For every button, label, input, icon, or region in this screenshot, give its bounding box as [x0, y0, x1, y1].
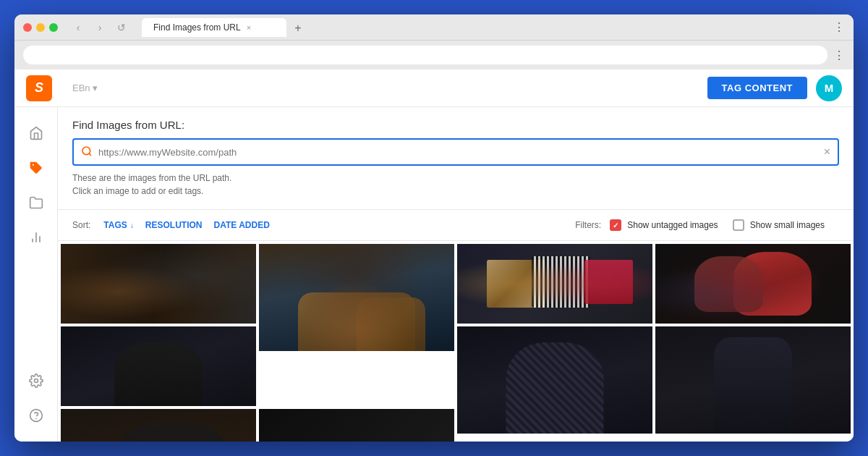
browser-tabs: Find Images from URL × +: [142, 18, 827, 37]
filter-untagged-group: ✓ Show untagged images: [610, 219, 718, 231]
sidebar: [14, 107, 58, 442]
filter-small-group: Show small images: [733, 219, 825, 231]
help-icon: [29, 408, 43, 423]
search-bar: https://www.myWebsite.com/path ×: [72, 138, 839, 166]
svg-line-8: [89, 153, 91, 156]
sidebar-item-tags[interactable]: [22, 153, 51, 182]
sort-arrow-icon: ↓: [130, 221, 134, 229]
page-content: Find Images from URL: https://www.myWebs…: [58, 107, 854, 442]
image-cell-3[interactable]: [457, 244, 652, 324]
tag-content-button[interactable]: TAG CONTENT: [707, 77, 807, 99]
close-dot[interactable]: [23, 23, 32, 32]
show-small-label: Show small images: [750, 220, 825, 230]
chart-icon: [29, 230, 43, 245]
sort-by-resolution[interactable]: RESOLUTION: [140, 217, 208, 233]
settings-icon: [29, 373, 43, 388]
sort-filter-bar: Sort: TAGS ↓ RESOLUTION DATE ADDED Filte…: [58, 210, 854, 241]
sort-by-tags[interactable]: TAGS ↓: [98, 217, 139, 233]
search-hint: These are the images from the URL path. …: [72, 172, 839, 198]
sort-label: Sort:: [72, 220, 90, 230]
app-topbar: S EBn ▾ TAG CONTENT M: [14, 69, 854, 107]
url-search-input[interactable]: https://www.myWebsite.com/path: [98, 147, 818, 158]
filters-label: Filters:: [575, 220, 601, 230]
forward-button[interactable]: ›: [91, 19, 109, 36]
main-layout: Find Images from URL: https://www.myWebs…: [14, 107, 854, 442]
workspace-selector[interactable]: EBn ▾: [67, 80, 103, 96]
image-cell-9[interactable]: [259, 409, 454, 442]
browser-options-button[interactable]: ⋮: [833, 48, 845, 62]
home-icon: [29, 126, 43, 140]
tab-close-button[interactable]: ×: [247, 23, 251, 32]
tab-title: Find Images from URL: [153, 22, 241, 33]
search-icon: [81, 145, 93, 159]
image-cell-5[interactable]: [61, 326, 256, 406]
svg-point-7: [82, 147, 90, 155]
browser-dots: [23, 23, 58, 32]
back-button[interactable]: ‹: [69, 19, 87, 36]
image-cell-4[interactable]: [655, 244, 851, 324]
tag-icon: [29, 161, 43, 175]
sidebar-item-folders[interactable]: [22, 188, 51, 217]
search-clear-button[interactable]: ×: [824, 145, 830, 159]
image-grid: [58, 241, 854, 442]
search-section: Find Images from URL: https://www.myWebs…: [58, 107, 854, 210]
image-cell-8[interactable]: [61, 409, 256, 442]
image-cell-1[interactable]: [61, 244, 256, 324]
find-images-title: Find Images from URL:: [72, 119, 839, 131]
app-logo: S: [26, 75, 52, 101]
sort-by-date[interactable]: DATE ADDED: [208, 217, 275, 233]
image-cell-6[interactable]: [457, 326, 652, 434]
browser-nav: ‹ › ↺: [69, 19, 130, 36]
maximize-dot[interactable]: [49, 23, 58, 32]
browser-addressbar: ⋮: [14, 41, 854, 69]
image-cell-2[interactable]: [259, 244, 454, 351]
sidebar-item-analytics[interactable]: [22, 223, 51, 252]
browser-titlebar: ‹ › ↺ Find Images from URL × + ⋮: [14, 14, 854, 41]
reload-button[interactable]: ↺: [113, 19, 130, 36]
svg-point-4: [34, 379, 38, 383]
minimize-dot[interactable]: [36, 23, 45, 32]
app-shell: S EBn ▾ TAG CONTENT M: [14, 69, 854, 442]
show-small-checkbox[interactable]: [733, 219, 744, 231]
sidebar-item-home[interactable]: [22, 119, 51, 148]
address-input[interactable]: [23, 46, 827, 64]
browser-tab-active[interactable]: Find Images from URL ×: [142, 18, 286, 37]
new-tab-button[interactable]: +: [289, 20, 307, 37]
browser-window: ‹ › ↺ Find Images from URL × + ⋮ ⋮ S EBn…: [14, 14, 854, 442]
show-untagged-checkbox[interactable]: ✓: [610, 219, 621, 231]
sidebar-item-help[interactable]: [22, 401, 51, 430]
folder-icon: [29, 195, 43, 210]
user-avatar[interactable]: M: [816, 75, 842, 101]
image-cell-7[interactable]: [655, 326, 851, 434]
show-untagged-label: Show untagged images: [627, 220, 718, 230]
browser-menu-button[interactable]: ⋮: [833, 20, 845, 34]
sidebar-item-settings[interactable]: [22, 366, 51, 395]
